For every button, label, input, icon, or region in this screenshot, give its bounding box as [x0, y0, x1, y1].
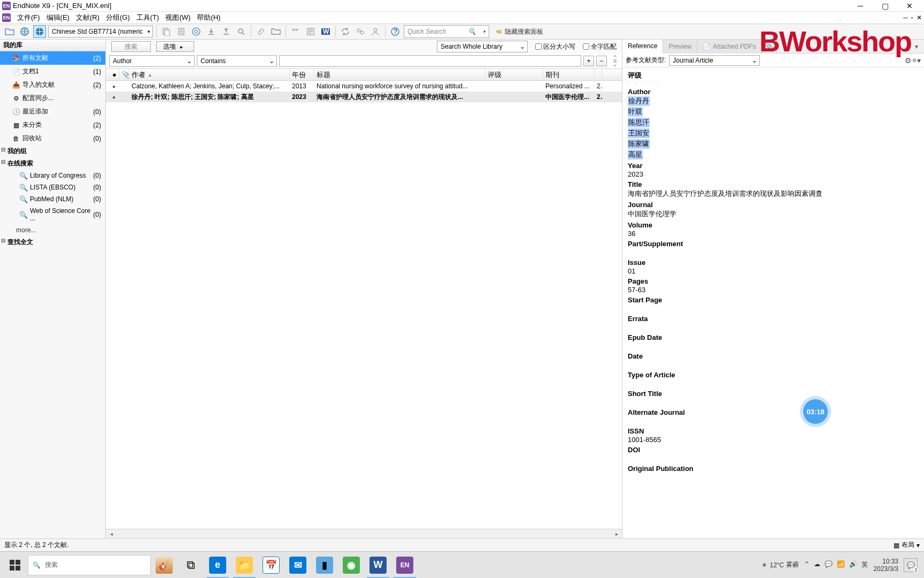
column-a[interactable] [595, 69, 602, 80]
menu-references[interactable]: 文献(R) [73, 13, 103, 22]
field-issn[interactable]: ISSN1001-8565 [628, 427, 919, 444]
search-dropdown-icon[interactable]: ▾ [483, 29, 486, 34]
rating-value[interactable]: · · · · · [628, 80, 919, 86]
field--[interactable]: 评级· · · · · [628, 71, 919, 86]
sync-button[interactable] [339, 25, 352, 38]
notifications-button[interactable]: 💬3 [904, 558, 918, 572]
layout-button[interactable]: ▦ 布局 ▾ [894, 541, 920, 550]
local-mode-button[interactable] [33, 25, 46, 38]
taskbar-app-1[interactable]: 🎸 [151, 552, 178, 579]
sidebar-item-未分类[interactable]: ▦未分类(2) [0, 118, 105, 132]
field-journal[interactable]: Journal中国医学伦理学 [628, 201, 919, 219]
menu-file[interactable]: 文件(F) [14, 13, 43, 22]
tray-wechat-icon[interactable]: 💬 [825, 560, 833, 569]
field-value[interactable] [628, 454, 919, 463]
open-file-button[interactable] [270, 25, 282, 38]
panel-resize-handle[interactable]: ⌃≡⌄ [611, 56, 619, 66]
tab-preview[interactable]: Preview [663, 40, 697, 54]
search-field-dropdown[interactable]: Author [109, 55, 195, 67]
taskbar-app-2[interactable]: ▮ [311, 552, 338, 579]
online-search-button[interactable] [190, 25, 203, 38]
field-errata[interactable]: Errata [628, 315, 919, 332]
search-op-dropdown[interactable]: Contains [197, 55, 277, 67]
field-value[interactable] [628, 341, 919, 351]
field-value[interactable] [628, 248, 919, 257]
field-value[interactable] [628, 379, 919, 388]
taskbar-calendar[interactable]: 📅 [258, 552, 284, 579]
sidebar-item-配置同步...[interactable]: ⚙配置同步... [0, 92, 105, 105]
tab-reference[interactable]: Reference [622, 40, 663, 54]
column-dot[interactable]: ● [110, 69, 120, 80]
taskbar-app-3[interactable]: ◉ [338, 552, 365, 579]
field-value[interactable]: 36 [628, 229, 919, 238]
field-value[interactable] [628, 304, 919, 313]
column-clip[interactable]: 📎 [120, 69, 129, 80]
sidebar-group-查找全文[interactable]: 查找全文 [0, 236, 105, 248]
task-view-button[interactable]: ⧉ [178, 552, 204, 579]
field-value[interactable] [628, 398, 919, 407]
tray-ime[interactable]: 英 [861, 560, 868, 569]
taskbar-mail[interactable]: ✉ [284, 552, 311, 579]
minimize-button[interactable]: ─ [848, 0, 873, 12]
column-title[interactable]: 标题 [314, 69, 486, 80]
hide-search-panel-button[interactable]: ≪ 隐藏搜索面板 [496, 27, 543, 36]
field-issue[interactable]: Issue01 [628, 258, 919, 276]
new-ref-button[interactable] [175, 25, 188, 38]
author-value[interactable]: 王国安 [628, 128, 650, 138]
attach-button[interactable] [255, 25, 267, 38]
find-fulltext-button[interactable] [235, 25, 248, 38]
field-title[interactable]: Title海南省护理人员安宁疗护态度及培训需求的现状及影响因素调查 [628, 180, 919, 199]
column-journal[interactable]: 期刊 [543, 69, 595, 80]
author-value[interactable]: 陈思汗 [628, 118, 650, 127]
field-type-of-article[interactable]: Type of Article [628, 371, 919, 388]
field-original-publication[interactable]: Original Publication [628, 465, 919, 482]
tray-cloud-icon[interactable]: ☁ [814, 560, 820, 569]
help-button[interactable]: ? [389, 25, 402, 38]
field-value[interactable]: 01 [628, 267, 919, 276]
export-button[interactable] [220, 25, 233, 38]
open-folder-button[interactable] [3, 25, 16, 38]
search-value-input[interactable] [279, 55, 581, 67]
add-criterion-button[interactable]: + [583, 56, 594, 66]
menu-groups[interactable]: 分组(G) [103, 13, 133, 22]
child-close[interactable]: ✕ [917, 14, 922, 21]
close-button[interactable]: ✕ [897, 0, 922, 12]
sidebar-item-所有文献[interactable]: 📚所有文献(2) [0, 51, 105, 65]
author-value[interactable]: 徐丹丹 [628, 96, 650, 106]
field-value[interactable] [628, 360, 919, 369]
insert-citation-button[interactable]: "" [289, 25, 302, 38]
column-year[interactable]: 年份 [290, 69, 314, 80]
field-value[interactable] [628, 473, 919, 482]
field-value[interactable] [628, 416, 919, 425]
child-restore[interactable]: ▫ [911, 14, 913, 21]
field-value[interactable]: 1001-8565 [628, 435, 919, 444]
menu-edit[interactable]: 编辑(E) [43, 13, 73, 22]
search-icon[interactable]: 🔍 [468, 28, 476, 35]
field-volume[interactable]: Volume36 [628, 221, 919, 238]
field-alternate-journal[interactable]: Alternate Journal [628, 408, 919, 425]
panel-menu-button[interactable]: ▾ [909, 40, 924, 54]
sidebar-group-我的组[interactable]: 我的组 [0, 145, 105, 157]
horizontal-scrollbar[interactable]: ◂ ▸ [106, 529, 622, 538]
share-button[interactable] [354, 25, 367, 38]
weather-widget[interactable]: ☀ 12°C 雾霾 [761, 560, 799, 569]
sidebar-item-最近添加[interactable]: 🕓最近添加(0) [0, 105, 105, 118]
field-year[interactable]: Year2023 [628, 162, 919, 179]
sidebar-item-PubMed (NLM)[interactable]: 🔍PubMed (NLM)(0) [0, 193, 105, 205]
column-author[interactable]: 作者▲ [129, 69, 290, 80]
field-value[interactable]: 中国医学伦理学 [628, 209, 919, 219]
table-row[interactable]: ●Calzone, Kathleen A; Jenkins, Jean; Cul… [106, 81, 622, 92]
sidebar-group-在线搜索[interactable]: 在线搜索 [0, 157, 105, 170]
tray-up-icon[interactable]: ⌃ [804, 560, 810, 569]
field-epub-date[interactable]: Epub Date [628, 333, 919, 351]
tray-volume-icon[interactable]: 🔊 [849, 560, 857, 569]
tray-wifi-icon[interactable]: 📶 [837, 560, 845, 569]
sidebar-item-回收站[interactable]: 🗑回收站(0) [0, 132, 105, 145]
scroll-left-icon[interactable]: ◂ [107, 531, 116, 537]
whole-word-checkbox[interactable]: 全字匹配 [583, 42, 617, 51]
author-value[interactable]: 高星 [628, 150, 643, 159]
format-button[interactable] [304, 25, 317, 38]
start-button[interactable] [2, 552, 28, 579]
tray-icons[interactable]: ⌃ ☁ 💬 📶 🔊 英 [804, 560, 868, 569]
field-short-title[interactable]: Short Title [628, 390, 919, 407]
